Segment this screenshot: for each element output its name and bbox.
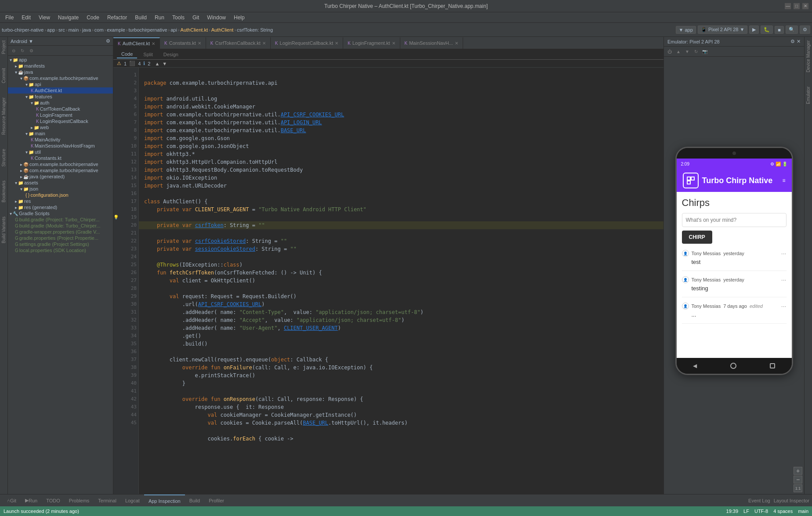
code-content[interactable]: package com.example.turbochirpernative.a… — [139, 68, 663, 494]
sidebar-label-structure[interactable]: Structure — [0, 147, 7, 169]
emulator-close-btn[interactable]: ✕ — [797, 39, 801, 44]
bottom-tab-todo[interactable]: TODO — [42, 494, 65, 507]
down-nav[interactable]: ▼ — [162, 61, 167, 66]
window-controls[interactable]: — □ ✕ — [785, 3, 808, 9]
tree-item-features[interactable]: ▾ 📁 features — [8, 94, 113, 100]
code-view-tab-design[interactable]: Design — [159, 51, 183, 58]
tab-csrftokencallback[interactable]: K CsrfTokenCallback.kt ✕ — [206, 37, 271, 49]
tree-item-package2[interactable]: ▸ 📦 com.example.turbochirpernative — [8, 161, 113, 167]
up-nav[interactable]: ▲ — [155, 61, 160, 66]
collapse-all-btn[interactable]: ⊖ — [10, 47, 18, 54]
tab-authclient[interactable]: K AuthClient.kt ✕ — [113, 37, 160, 49]
bottom-tab-terminal[interactable]: Terminal — [94, 494, 121, 507]
sidebar-label-project[interactable]: Project — [0, 39, 7, 56]
line-ending[interactable]: LF — [743, 509, 749, 514]
tree-item-manifests[interactable]: ▸ 📁 manifests — [8, 63, 113, 69]
tab-mainsessionnav[interactable]: K MainSessionNavH... ✕ — [400, 37, 463, 49]
bottom-tab-build[interactable]: Build — [185, 494, 204, 507]
emulator-settings-btn[interactable]: ⚙ — [790, 39, 795, 44]
panel-gear[interactable]: ⚙ — [106, 38, 110, 44]
settings-btn[interactable]: ⚙ — [27, 47, 35, 54]
menu-navigate[interactable]: Navigate — [54, 14, 82, 22]
tree-item-mainactivity[interactable]: K MainActivity — [8, 137, 113, 143]
event-log-btn[interactable]: Event Log — [748, 498, 770, 503]
tab-constants[interactable]: K Constants.kt ✕ — [160, 37, 206, 49]
close-constants-tab[interactable]: ✕ — [198, 41, 201, 46]
tree-item-gradle-scripts[interactable]: ▾ 🔧 Gradle Scripts — [8, 210, 113, 217]
emulator-power-btn[interactable]: ⏻ — [666, 47, 674, 55]
tree-item-package-main[interactable]: ▾ 📦 com.example.turbochirpernative — [8, 75, 113, 81]
chirp-more-3[interactable]: ··· — [781, 303, 787, 310]
close-loginrequest-tab[interactable]: ✕ — [335, 41, 338, 46]
settings-btn[interactable]: ⚙ — [800, 25, 810, 34]
charset[interactable]: UTF-8 — [754, 509, 768, 514]
module-name[interactable]: app — [47, 27, 55, 32]
tree-item-util[interactable]: ▾ 📁 util — [8, 149, 113, 155]
chirp-input[interactable] — [682, 213, 787, 227]
tree-item-java-gen[interactable]: ▸ ☕ java (generated) — [8, 173, 113, 180]
cursor-position[interactable]: 19:39 — [726, 509, 739, 514]
tree-item-gradle5[interactable]: G settings.gradle (Project Settings) — [8, 241, 113, 247]
menu-view[interactable]: View — [35, 14, 54, 22]
tree-item-loginrequestcallback[interactable]: K LoginRequestCallback — [8, 118, 113, 124]
emulator-screenshot-btn[interactable]: 📷 — [701, 47, 709, 55]
phone-menu-icon[interactable]: ≡ — [782, 177, 785, 184]
tree-item-auth[interactable]: ▾ 📁 auth — [8, 100, 113, 106]
tree-item-gradle6[interactable]: G local.properties (SDK Location) — [8, 247, 113, 253]
tab-loginfragment[interactable]: K LoginFragment.kt ✕ — [343, 37, 400, 49]
menu-window[interactable]: Window — [203, 14, 229, 22]
bottom-tab-logcat[interactable]: Logcat — [121, 494, 144, 507]
tree-item-gradle3[interactable]: G gradle-wrapper.properties (Gradle V... — [8, 229, 113, 235]
menu-code[interactable]: Code — [83, 14, 103, 22]
layout-inspector-btn[interactable]: Layout Inspector — [774, 498, 809, 503]
tree-item-app[interactable]: ▾ 📁 app — [8, 57, 113, 63]
tree-item-res-gen[interactable]: ▸ 📁 res (generated) — [8, 204, 113, 210]
maximize-btn[interactable]: □ — [794, 3, 800, 9]
code-view-tab-code[interactable]: Code — [117, 51, 137, 58]
debug-btn[interactable]: 🐛 — [761, 25, 773, 34]
zoom-in-btn[interactable]: + — [794, 467, 802, 475]
bottom-tab-git[interactable]: ⑃ Git — [3, 494, 21, 507]
menu-edit[interactable]: Edit — [18, 14, 34, 22]
tree-item-main[interactable]: ▾ 📁 main — [8, 130, 113, 137]
menu-help[interactable]: Help — [230, 14, 248, 22]
sidebar-label-device-manager[interactable]: Device Manager — [805, 39, 812, 74]
tree-item-gradle4[interactable]: G gradle.properties (Project Propertie..… — [8, 235, 113, 241]
chirp-more-1[interactable]: ··· — [781, 250, 787, 257]
bottom-tab-appinspection[interactable]: App Inspection — [144, 494, 185, 507]
tree-item-config-json[interactable]: { } configuration.json — [8, 192, 113, 198]
close-authclient-tab[interactable]: ✕ — [152, 41, 155, 46]
indent[interactable]: 4 spaces — [773, 509, 793, 514]
bottom-tab-problems[interactable]: Problems — [65, 494, 94, 507]
phone-home-btn[interactable] — [730, 363, 736, 369]
tree-item-api[interactable]: ▾ 📁 api — [8, 81, 113, 87]
menu-run[interactable]: Run — [151, 14, 168, 22]
tree-item-csrf[interactable]: K CsrfTokenCallback — [8, 106, 113, 112]
run-btn[interactable]: ▶ — [749, 25, 759, 34]
phone-recent-btn[interactable] — [770, 363, 775, 368]
project-name[interactable]: turbo-chirper-native — [2, 27, 44, 32]
stop-btn[interactable]: ■ — [775, 26, 784, 34]
tree-item-res[interactable]: ▸ 📁 res — [8, 198, 113, 204]
tree-item-package3[interactable]: ▸ 📦 com.example.turbochirpernative — [8, 167, 113, 173]
bottom-tab-profiler[interactable]: Profiler — [204, 494, 228, 507]
phone-content[interactable]: Chirps CHIRP 👤 Tony Messias yesterday ··… — [677, 192, 792, 358]
git-branch[interactable]: main — [798, 509, 808, 514]
minimize-btn[interactable]: — — [785, 3, 791, 9]
tree-item-web[interactable]: ▸ 📁 web — [8, 124, 113, 130]
menu-file[interactable]: File — [2, 14, 17, 22]
phone-back-btn[interactable]: ◀ — [693, 363, 697, 369]
code-view-tab-split[interactable]: Split — [139, 51, 157, 58]
zoom-reset-btn[interactable]: 1:1 — [794, 484, 802, 492]
sidebar-label-resource[interactable]: Resource Manager — [0, 96, 7, 137]
sidebar-label-emulator[interactable]: Emulator — [805, 85, 812, 106]
emulator-rotate-btn[interactable]: ↻ — [692, 47, 700, 55]
tree-item-assets[interactable]: ▾ 📁 assets — [8, 180, 113, 186]
close-loginfragment-tab[interactable]: ✕ — [392, 41, 395, 46]
close-csrf-tab[interactable]: ✕ — [262, 41, 266, 46]
tree-item-mainsessionnav[interactable]: K MainSessionNavHostFragm — [8, 143, 113, 149]
sync-btn[interactable]: ↻ — [18, 47, 26, 54]
emulator-volume-up-btn[interactable]: ▲ — [674, 47, 682, 55]
tree-item-loginfragment[interactable]: K LoginFragment — [8, 112, 113, 118]
tree-item-json[interactable]: ▾ 📁 json — [8, 186, 113, 192]
